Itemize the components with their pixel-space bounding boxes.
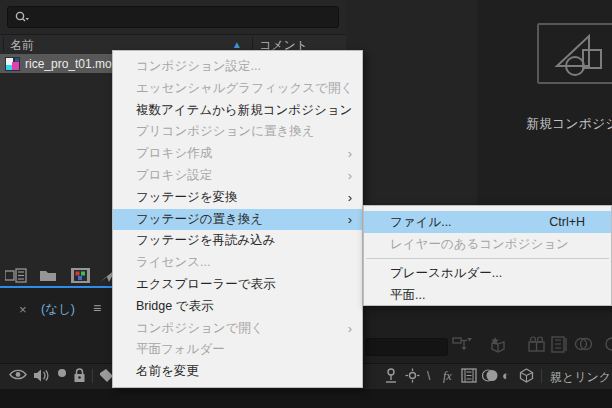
project-search-row (0, 0, 346, 35)
column-divider (541, 369, 542, 383)
shy-layers-icon[interactable] (488, 336, 508, 353)
frame-blend-switch-icon (461, 368, 477, 383)
frame-blending-icon[interactable] (527, 336, 546, 353)
new-folder-icon[interactable] (36, 266, 60, 284)
submenu-arrow-icon: › (348, 187, 352, 209)
mini-flowchart-icon[interactable] (452, 336, 474, 352)
timeline-search-input[interactable] (365, 338, 448, 356)
clipped-toggle-icon[interactable] (603, 336, 612, 352)
menu-item-open-in-composition[interactable]: コンポジションで開く› (113, 318, 362, 340)
replace-footage-submenu: ファイル...Ctrl+H レイヤーのあるコンポジション プレースホルダー...… (363, 205, 612, 306)
menu-item-rename[interactable]: 名前を変更 (113, 361, 362, 383)
interpret-footage-icon[interactable] (4, 266, 28, 284)
menu-item-open-essential-graphics[interactable]: エッセンシャルグラフィックスで開く (113, 78, 362, 100)
submenu-item-file[interactable]: ファイル...Ctrl+H (364, 211, 611, 233)
close-icon[interactable]: × (19, 302, 27, 317)
solo-icon (57, 368, 67, 378)
audio-speaker-icon (33, 368, 50, 383)
column-divider (3, 37, 4, 52)
submenu-arrow-icon: › (348, 165, 352, 187)
quality-switch-icon: \ (427, 369, 430, 383)
menu-item-replace-footage[interactable]: フッテージの置き換え› (113, 209, 362, 231)
graph-editor-icon[interactable] (574, 336, 594, 352)
parent-link-column-header[interactable]: 親とリンク (550, 369, 611, 386)
menu-item-reveal-in-bridge[interactable]: Bridge で表示 (113, 296, 362, 318)
submenu-arrow-icon: › (348, 143, 352, 165)
submenu-item-with-layered-comp[interactable]: レイヤーのあるコンポジション (364, 233, 611, 255)
motion-blur-switch-icon (482, 368, 499, 383)
lock-icon (73, 368, 86, 383)
footage-thumbnail-icon (5, 57, 20, 71)
timeline-bottom-strip (0, 389, 612, 408)
submenu-item-solid[interactable]: 平面... (364, 284, 611, 306)
motion-blur-toggle-icon[interactable] (551, 336, 568, 353)
sort-ascending-icon[interactable]: ▲ (232, 39, 242, 50)
column-divider (92, 369, 93, 383)
menu-separator (366, 258, 609, 259)
adjustment-layer-switch-icon: ◐ (502, 368, 510, 383)
menu-item-replace-with-precomp[interactable]: プリコンポジションに置き換え (113, 121, 362, 143)
shy-switch-icon (384, 368, 398, 383)
new-composition-label: 新規コンポジション (526, 115, 612, 133)
submenu-arrow-icon: › (348, 209, 352, 231)
submenu-arrow-icon: › (348, 318, 352, 340)
timeline-tab-label[interactable]: (なし) (41, 301, 75, 318)
menu-item-reload-footage[interactable]: フッテージを再読み込み (113, 230, 362, 252)
menu-item-interpret-footage[interactable]: フッテージを変換› (113, 187, 362, 209)
menu-item-solids-folder[interactable]: 平面フォルダー (113, 339, 362, 361)
new-composition-icon[interactable] (68, 266, 92, 284)
video-eye-icon (9, 368, 27, 381)
panel-menu-icon[interactable]: ≡ (93, 300, 101, 316)
menu-item-composition-settings[interactable]: コンポジション設定... (113, 56, 362, 78)
search-icon (14, 10, 30, 24)
menu-item-new-comp-from-selection[interactable]: 複数アイテムから新規コンポジション (113, 100, 362, 122)
3d-layer-switch-icon (519, 368, 534, 383)
footage-context-menu: コンポジション設定... エッセンシャルグラフィックスで開く 複数アイテムから新… (112, 50, 363, 388)
column-header-name[interactable]: 名前 (10, 37, 34, 54)
submenu-item-placeholder[interactable]: プレースホルダー... (364, 262, 611, 284)
after-effects-window: 名前 ▲ コメント rice_pro_t01.mo (0, 0, 612, 408)
menu-item-reveal-in-explorer[interactable]: エクスプローラーで表示 (113, 274, 362, 296)
menu-item-create-proxy[interactable]: プロキシ作成› (113, 143, 362, 165)
fx-switch-icon: fx (443, 369, 452, 384)
menu-item-license[interactable]: ライセンス... (113, 252, 362, 274)
collapse-transformations-icon (405, 368, 420, 383)
shortcut-label: Ctrl+H (549, 211, 585, 233)
menu-item-set-proxy[interactable]: プロキシ設定› (113, 165, 362, 187)
project-search-input[interactable] (7, 6, 339, 28)
composition-shapes-icon (545, 32, 609, 76)
new-composition-button[interactable] (537, 23, 612, 84)
project-item-name: rice_pro_t01.mo (25, 57, 112, 71)
